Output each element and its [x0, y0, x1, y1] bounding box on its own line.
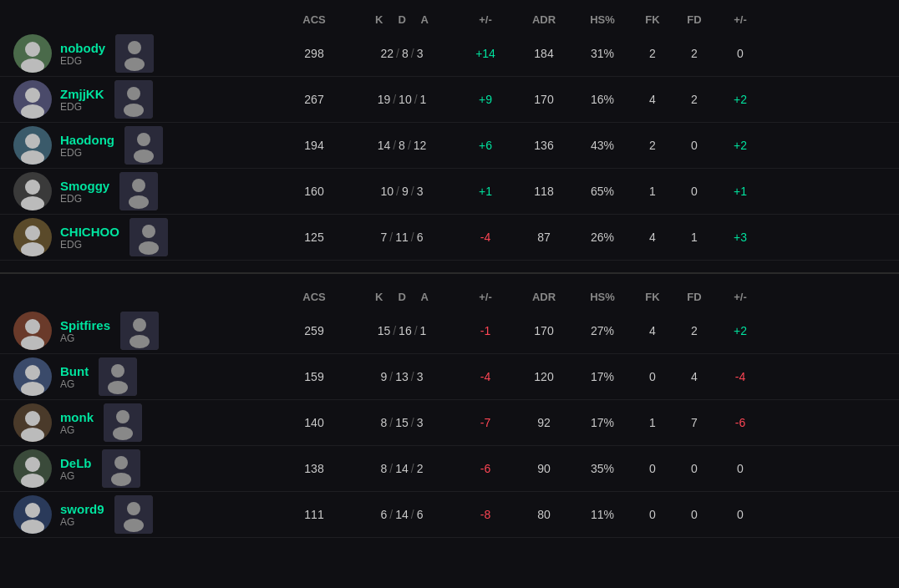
player-row: Spitfires AG 259 15 / 16	[0, 308, 899, 354]
header-fd: FD	[673, 13, 715, 26]
svg-point-25	[25, 319, 40, 334]
stat-k: 9	[381, 370, 388, 383]
player-org: EDG	[60, 55, 105, 67]
stat-k: 6	[381, 508, 388, 521]
player-info: Smoggy EDG	[13, 172, 281, 210]
svg-point-23	[142, 225, 155, 238]
stat-d: 11	[395, 231, 409, 244]
svg-point-18	[132, 179, 145, 192]
player-org: AG	[60, 470, 92, 482]
player-org: AG	[60, 424, 94, 436]
stat-acs: 159	[281, 370, 348, 383]
avatar	[13, 126, 52, 165]
player-name-block: Bunt AG	[60, 364, 89, 390]
stat-hs: 65%	[573, 185, 632, 198]
stat-kda: 15 / 16 / 1	[348, 324, 456, 337]
stat-kda: 8 / 15 / 3	[348, 416, 456, 429]
stat-fk: 4	[632, 231, 673, 244]
stat-adr: 92	[515, 416, 573, 429]
header-hs: HS%	[573, 291, 632, 303]
stat-d: 14	[395, 462, 409, 475]
player-name-block: CHICHOO EDG	[60, 225, 119, 251]
player-row: Haodong EDG 194 14 / 8	[0, 123, 899, 169]
agent-icon	[104, 403, 142, 442]
svg-point-5	[25, 88, 40, 103]
svg-point-31	[21, 382, 44, 396]
stat-hs: 27%	[573, 324, 632, 337]
stat-d: 8	[399, 139, 405, 152]
svg-point-4	[124, 58, 145, 71]
stat-cols: 259 15 / 16 / 1 -1 170 27% 4 2 +2	[281, 324, 886, 337]
stat-cols: 194 14 / 8 / 12 +6 136 43% 2 0 +2	[281, 139, 886, 152]
header-pm2: +/-	[715, 291, 765, 303]
stat-adr: 90	[515, 462, 573, 475]
stat-k: 7	[381, 231, 388, 244]
player-org: AG	[60, 378, 89, 390]
stat-a: 6	[417, 231, 424, 244]
player-row: ZmjjKK EDG 267 19 / 10	[0, 77, 899, 123]
agent-icon	[115, 34, 154, 73]
header-fd: FD	[673, 291, 715, 303]
stat-a: 3	[417, 185, 424, 198]
svg-point-15	[25, 180, 40, 195]
player-row: Bunt AG 159 9 / 13	[0, 354, 899, 400]
stat-acs: 160	[281, 185, 348, 198]
stat-pm2: +1	[715, 185, 765, 198]
stat-k: 8	[381, 416, 388, 429]
avatar	[13, 34, 52, 73]
agent-icon	[124, 126, 163, 165]
svg-point-13	[137, 133, 150, 146]
svg-point-21	[21, 242, 44, 256]
svg-point-11	[21, 150, 44, 165]
stat-acs: 298	[281, 47, 348, 60]
svg-point-48	[127, 502, 140, 515]
stat-a: 3	[417, 47, 424, 60]
stat-a: 6	[417, 508, 424, 521]
player-info: Bunt AG	[13, 357, 281, 396]
svg-point-40	[25, 457, 40, 472]
stat-pm: -7	[456, 416, 515, 429]
stat-adr: 118	[515, 185, 573, 198]
svg-point-29	[130, 335, 150, 348]
stat-kda: 8 / 14 / 2	[348, 462, 456, 475]
stat-hs: 11%	[573, 508, 632, 521]
stat-fk: 0	[632, 370, 673, 383]
player-info: Spitfires AG	[13, 312, 281, 350]
stat-pm2: +2	[715, 139, 765, 152]
stat-pm2: 0	[715, 462, 765, 475]
player-org: AG	[60, 516, 104, 528]
svg-point-3	[128, 41, 141, 54]
svg-point-38	[116, 410, 130, 423]
stat-kda: 10 / 9 / 3	[348, 185, 456, 198]
stats-header-row: ACS K D A +/- ADR HS% FK FD +/-	[0, 286, 899, 308]
agent-icon	[120, 312, 159, 350]
stat-a: 1	[420, 324, 427, 337]
stat-pm: +1	[456, 185, 515, 198]
stat-pm2: +2	[715, 93, 765, 106]
stat-kda: 6 / 14 / 6	[348, 508, 456, 521]
team-section-1: ACS K D A +/- ADR HS% FK FD +/-	[0, 277, 899, 546]
player-org: AG	[60, 332, 110, 344]
svg-point-30	[25, 365, 40, 380]
stat-a: 3	[417, 416, 424, 429]
stat-acs: 125	[281, 231, 348, 244]
agent-icon	[99, 357, 137, 396]
stat-k: 10	[381, 185, 394, 198]
svg-point-1	[21, 58, 44, 73]
player-row: Smoggy EDG 160 10 / 9	[0, 169, 899, 215]
agent-icon	[114, 80, 153, 119]
stat-pm: -8	[456, 508, 515, 521]
stat-pm2: +2	[715, 324, 765, 337]
stat-fd: 0	[673, 462, 715, 475]
stat-hs: 16%	[573, 93, 632, 106]
svg-point-39	[113, 427, 133, 440]
stat-pm: -4	[456, 231, 515, 244]
agent-icon	[102, 449, 140, 488]
stat-cols: 140 8 / 15 / 3 -7 92 17% 1 7 -6	[281, 416, 886, 429]
player-org: EDG	[60, 193, 109, 205]
svg-point-9	[124, 104, 144, 117]
svg-point-28	[133, 318, 146, 332]
player-name: CHICHOO	[60, 225, 119, 239]
stat-a: 12	[414, 139, 427, 152]
header-pm2: +/-	[715, 13, 765, 26]
